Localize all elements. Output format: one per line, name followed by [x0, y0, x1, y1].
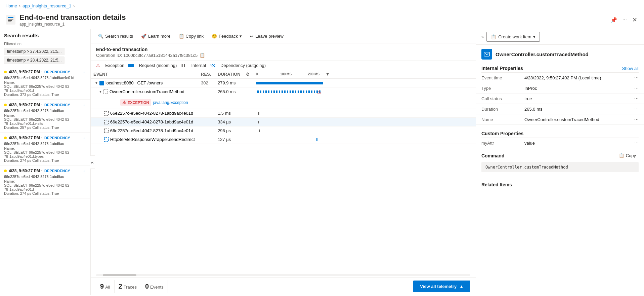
filter-icon[interactable]: ▼ — [326, 72, 330, 77]
horizontal-scrollbar[interactable] — [91, 273, 476, 278]
list-item[interactable]: 4/28, 9:50:27 PM - DEPENDENCY → 66e2257c… — [0, 100, 90, 133]
main-layout: Search results Filtered on timestamp > 2… — [0, 29, 644, 295]
myattr-more-icon[interactable]: ··· — [634, 140, 639, 146]
duration-column-header: DURATION — [215, 70, 243, 79]
duration-more-icon[interactable]: ··· — [634, 106, 639, 112]
all-stat: 9 All — [96, 280, 115, 293]
copy-link-button[interactable]: 📋 Copy link — [175, 32, 207, 40]
all-label: All — [105, 285, 110, 290]
exception-badge: ⚠ EXCEPTION — [120, 99, 151, 106]
svg-rect-5 — [104, 90, 108, 94]
filter-start-chip[interactable]: timestamp > 27.4.2022, 21:5... — [4, 48, 65, 55]
copy-link-icon: 📋 — [179, 34, 184, 39]
command-title: Command — [481, 153, 504, 158]
traces-count: 2 — [119, 283, 122, 290]
command-section: Command 📋 Copy OwnerController.customTra… — [476, 148, 644, 176]
prop-row-name[interactable]: Name OwnerController.customTracedMethod … — [476, 114, 644, 125]
item-type: DEPENDENCY — [44, 70, 70, 74]
dependency-legend-color — [210, 64, 215, 67]
table-row[interactable]: 66e2257c-e5ed-4042-8278-1abd9ac4e01d 334… — [91, 118, 476, 126]
name-more-icon[interactable]: ··· — [634, 116, 639, 122]
middle-panel: 🔍 Search results 🚀 Learn more 📋 Copy lin… — [91, 29, 476, 295]
feedback-chevron-icon: ▾ — [240, 34, 242, 39]
call-status-more-icon[interactable]: ··· — [634, 96, 639, 102]
create-work-item-button[interactable]: 📋 Create work item ▾ — [486, 32, 540, 42]
prop-row-duration[interactable]: Duration 265.0 ms ··· — [476, 104, 644, 114]
filter-section: Filtered on timestamp > 27.4.2022, 21:5.… — [0, 40, 90, 67]
arrow-icon: → — [82, 135, 86, 141]
exception-warning-icon: ⚠ — [122, 100, 126, 105]
filter-end-chip[interactable]: timestamp < 28.4.2022, 21:5... — [4, 57, 65, 64]
traces-stat: 2 Traces — [115, 280, 141, 293]
prop-row-event-time[interactable]: Event time 4/28/2022, 9:50:27.402 PM (Lo… — [476, 73, 644, 83]
event-name-text: HttpServletResponseWrapper.sendRedirect — [110, 137, 195, 142]
type-label: Type — [481, 86, 522, 91]
page-subtitle: app_insights_resource_1 — [19, 22, 126, 27]
resource-link[interactable]: app_insights_resource_1 — [23, 3, 71, 8]
collapse-panel-button[interactable]: ‹‹ — [90, 155, 95, 169]
table-row[interactable]: ▼ OwnerController.customTracedMethod 265… — [91, 87, 476, 96]
exception-link[interactable]: java.lang.Exception — [153, 100, 188, 105]
arrow-icon: → — [82, 168, 86, 174]
call-status-value: true — [524, 96, 632, 101]
dropdown-chevron-icon: ▾ — [533, 34, 535, 39]
prop-row-myattr[interactable]: myAttr value ··· — [476, 138, 644, 148]
item-id: 66e2257c-e5ed-4042-8278-1abd9ac — [4, 142, 86, 146]
search-results-title: Search results — [0, 29, 90, 40]
duration-value: 127 µs — [215, 135, 243, 144]
right-panel-content: Internal Properties Show all Event time … — [476, 62, 644, 295]
all-count: 9 — [100, 283, 104, 290]
home-link[interactable]: Home — [5, 3, 17, 8]
search-results-button[interactable]: 🔍 Search results — [95, 32, 136, 40]
request-legend-label: = Request (incoming) — [135, 63, 177, 68]
duration-value: 1.5 ms — [215, 109, 243, 118]
related-items-title: Related Items — [481, 182, 512, 187]
legend: ⚠ = Exception = Request (incoming) = Int… — [91, 61, 476, 70]
copy-command-button[interactable]: 📋 Copy — [616, 152, 639, 159]
prop-row-call-status[interactable]: Call status true ··· — [476, 94, 644, 104]
feedback-button[interactable]: 😊 Feedback ▾ — [208, 32, 245, 40]
view-all-telemetry-button[interactable]: View all telemetry ▲ — [413, 281, 470, 292]
method-icon — [481, 49, 492, 60]
command-value: OwnerController.customTracedMethod — [481, 162, 639, 172]
expand-icon[interactable]: ▼ — [95, 81, 98, 85]
type-more-icon[interactable]: ··· — [634, 85, 639, 91]
page-icon — [5, 14, 16, 25]
header-actions: 📌 ··· ✕ — [609, 15, 639, 25]
name-label: Name — [481, 117, 522, 122]
pin-icon[interactable]: 📌 — [609, 15, 618, 25]
trace-table[interactable]: EVENT RES. DURATION ⏱ 0 100 MS — [91, 70, 476, 273]
request-legend-color — [128, 64, 134, 67]
learn-more-button[interactable]: 🚀 Learn more — [138, 32, 174, 40]
table-row[interactable]: HttpServletResponseWrapper.sendRedirect … — [91, 135, 476, 144]
close-icon[interactable]: ✕ — [631, 15, 639, 25]
leave-preview-button[interactable]: ↩ Leave preview — [247, 32, 287, 40]
item-time: 4/28, 9:50:27 PM - — [9, 70, 42, 74]
list-item[interactable]: 4/28, 9:50:27 PM - DEPENDENCY → 66e2257c… — [0, 133, 90, 165]
arrow-icon: → — [82, 102, 86, 108]
internal-type-icon — [104, 128, 109, 133]
preview-icon: ↩ — [250, 34, 254, 39]
events-stat: 0 Events — [141, 280, 168, 293]
timeline-0-label: 0 — [256, 72, 258, 76]
related-items-section: Related Items — [476, 176, 644, 191]
item-detail: Name:SQL: SELECT 66e2257c-e5ed-4042-8278… — [4, 146, 86, 162]
copy-op-icon[interactable]: 📋 — [200, 53, 205, 58]
duration-value: 279.9 ms — [215, 79, 243, 87]
prop-row-type[interactable]: Type InProc ··· — [476, 83, 644, 94]
list-item[interactable]: 4/28, 9:50:27 PM - DEPENDENCY → 66e2257c… — [0, 165, 90, 198]
transaction-title: End-to-end transaction — [96, 47, 470, 52]
work-item-icon: 📋 — [491, 34, 496, 39]
table-row[interactable]: 66e2257c-e5ed-4042-8278-1abd9ac4e01d 1.5… — [91, 109, 476, 118]
show-all-button[interactable]: Show all — [622, 66, 639, 71]
table-row[interactable]: ▼ localhost:8080 GET /owners 302 279.9 m… — [91, 79, 476, 87]
exception-row[interactable]: ⚠ EXCEPTION java.lang.Exception — [91, 96, 476, 109]
table-row[interactable]: 66e2257c-e5ed-4042-8278-1abd9ac4e01d 296… — [91, 126, 476, 135]
list-item[interactable]: 4/28, 9:50:27 PM - DEPENDENCY → 66e2257c… — [0, 67, 90, 100]
svg-rect-7 — [104, 120, 109, 124]
expand-right-icon[interactable]: » — [481, 34, 484, 39]
more-icon[interactable]: ··· — [621, 15, 628, 24]
expand-icon[interactable]: ▼ — [99, 90, 102, 94]
exception-legend-label: = Exception — [101, 63, 124, 68]
event-time-more-icon[interactable]: ··· — [634, 75, 639, 81]
